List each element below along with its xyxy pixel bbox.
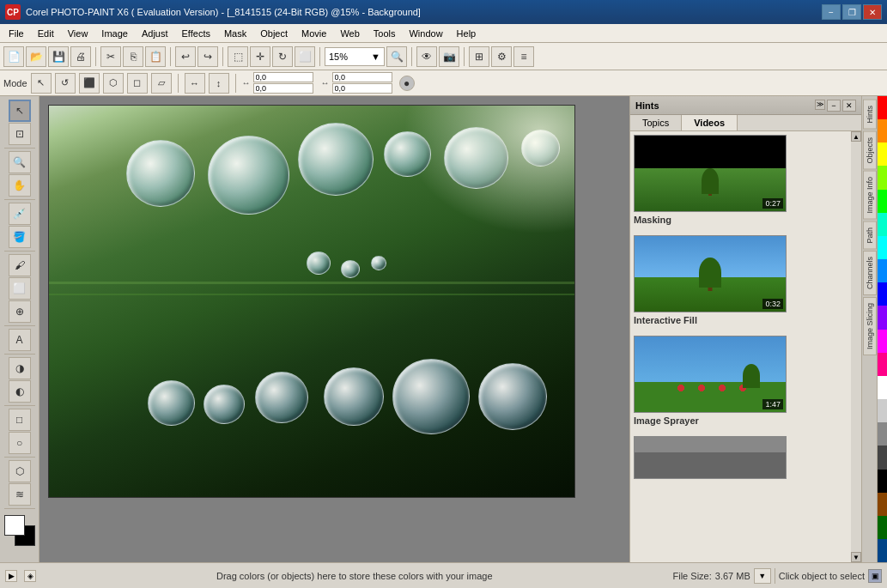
palette-teal[interactable] bbox=[878, 213, 887, 236]
tool-smear[interactable]: ≋ bbox=[9, 483, 31, 506]
hints-scroll-down[interactable]: ▼ bbox=[851, 552, 861, 562]
mode-distort-btn[interactable]: ◻ bbox=[127, 73, 148, 94]
menu-effects[interactable]: Effects bbox=[175, 27, 217, 40]
menu-movie[interactable]: Movie bbox=[295, 27, 333, 40]
tool-crop[interactable]: ⊡ bbox=[9, 123, 31, 145]
palette-green[interactable] bbox=[878, 190, 887, 213]
menu-view[interactable]: View bbox=[61, 27, 95, 40]
palette-orange[interactable] bbox=[878, 119, 887, 142]
tool-clone[interactable]: ⊕ bbox=[9, 300, 31, 323]
palette-sky-blue[interactable] bbox=[878, 259, 887, 282]
menu-adjust[interactable]: Adjust bbox=[135, 27, 175, 40]
zoom-in-button[interactable]: 🔍 bbox=[386, 46, 407, 67]
menu-web[interactable]: Web bbox=[333, 27, 366, 40]
mode-skew-btn[interactable]: ⬡ bbox=[103, 73, 124, 94]
video-thumb-sprayer[interactable]: 1:47 bbox=[634, 336, 787, 413]
tool-text[interactable]: A bbox=[9, 329, 31, 351]
hints-close-btn[interactable]: ✕ bbox=[842, 100, 856, 112]
copy-button[interactable]: ⎘ bbox=[123, 46, 143, 67]
menu-image[interactable]: Image bbox=[94, 27, 135, 40]
mask-tool[interactable]: ⬜ bbox=[295, 46, 315, 67]
tool-ellipse[interactable]: ○ bbox=[9, 432, 31, 454]
tool-paintbucket[interactable]: 🪣 bbox=[9, 226, 31, 248]
palette-red[interactable] bbox=[878, 96, 887, 119]
tool-dodge[interactable]: ◐ bbox=[9, 380, 31, 403]
mode-rotate-btn[interactable]: ↺ bbox=[55, 73, 76, 94]
outer-restore-button[interactable]: ❐ bbox=[842, 4, 861, 20]
menu-file[interactable]: File bbox=[2, 27, 31, 40]
y2-input[interactable] bbox=[332, 83, 392, 94]
tool-rectangle[interactable]: □ bbox=[9, 409, 31, 431]
tool-blend[interactable]: ◑ bbox=[9, 357, 31, 379]
outer-close-button[interactable]: ✕ bbox=[863, 4, 882, 20]
outer-minimize-button[interactable]: − bbox=[822, 4, 841, 20]
undo-button[interactable]: ↩ bbox=[175, 46, 196, 67]
x2-input[interactable] bbox=[332, 72, 392, 82]
palette-black[interactable] bbox=[878, 470, 887, 493]
rtab-image-info[interactable]: Image Info bbox=[863, 171, 877, 220]
color-selector[interactable] bbox=[4, 515, 35, 546]
hints-expand-btn[interactable]: ≫ bbox=[815, 100, 825, 110]
camera-btn[interactable]: 📷 bbox=[439, 46, 459, 67]
paste-button[interactable]: 📋 bbox=[145, 46, 166, 67]
x1-input[interactable] bbox=[253, 72, 313, 82]
mode-flip-h-btn[interactable]: ↔ bbox=[185, 73, 205, 94]
menu-mask[interactable]: Mask bbox=[217, 27, 253, 40]
zoom-dropdown-icon[interactable]: ▼ bbox=[371, 52, 380, 62]
open-button[interactable]: 📂 bbox=[26, 46, 46, 67]
grid-btn[interactable]: ⊞ bbox=[469, 46, 489, 67]
hints-scroll-track[interactable] bbox=[851, 142, 861, 552]
palette-dark-green[interactable] bbox=[878, 516, 887, 539]
video-thumb-masking[interactable]: 0:27 bbox=[634, 135, 787, 212]
palette-cyan[interactable] bbox=[878, 236, 887, 259]
rtab-image-slicing[interactable]: Image Slicing bbox=[863, 297, 877, 355]
foreground-color[interactable] bbox=[4, 515, 25, 536]
rotate-tool[interactable]: ↻ bbox=[272, 46, 293, 67]
mode-arrow-btn[interactable]: ↖ bbox=[31, 73, 52, 94]
mode-flip-v-btn[interactable]: ↕ bbox=[209, 73, 229, 94]
tool-pointer[interactable]: ↖ bbox=[9, 100, 31, 122]
layers-btn[interactable]: ≡ bbox=[513, 46, 534, 67]
palette-gray[interactable] bbox=[878, 422, 887, 446]
menu-tools[interactable]: Tools bbox=[367, 27, 403, 40]
video-thumb-interactive[interactable]: 0:32 bbox=[634, 235, 787, 312]
tool-brush[interactable]: 🖌 bbox=[9, 254, 31, 276]
palette-magenta[interactable] bbox=[878, 330, 887, 353]
redo-button[interactable]: ↪ bbox=[197, 46, 218, 67]
palette-white[interactable] bbox=[878, 376, 887, 399]
mode-scale-btn[interactable]: ⬛ bbox=[79, 73, 100, 94]
menu-edit[interactable]: Edit bbox=[31, 27, 61, 40]
palette-pink[interactable] bbox=[878, 353, 887, 376]
file-size-dropdown[interactable]: ▼ bbox=[754, 568, 771, 584]
cut-button[interactable]: ✂ bbox=[100, 46, 121, 67]
rtab-path[interactable]: Path bbox=[863, 221, 877, 250]
tool-zoom[interactable]: 🔍 bbox=[9, 151, 31, 173]
tool-eyedropper[interactable]: 💉 bbox=[9, 203, 31, 225]
select-tool[interactable]: ⬚ bbox=[228, 46, 248, 67]
tool-transform[interactable]: ⬡ bbox=[9, 460, 31, 482]
palette-purple[interactable] bbox=[878, 306, 887, 329]
eye-icon-btn[interactable]: 👁 bbox=[416, 46, 437, 67]
menu-window[interactable]: Window bbox=[402, 27, 449, 40]
hints-scroll-up[interactable]: ▲ bbox=[851, 131, 861, 142]
rtab-channels[interactable]: Channels bbox=[863, 251, 877, 295]
menu-help[interactable]: Help bbox=[450, 27, 483, 40]
canvas-area[interactable]: .drop { position: absolute; border-radiu… bbox=[39, 96, 629, 562]
tool-eraser[interactable]: ⬜ bbox=[9, 277, 31, 300]
play-button[interactable]: ▶ bbox=[5, 570, 17, 582]
hints-content[interactable]: 0:27 Masking 0:32 Interactive Fill bbox=[630, 131, 851, 562]
palette-brown[interactable] bbox=[878, 493, 887, 516]
tab-topics[interactable]: Topics bbox=[630, 115, 682, 130]
y1-input[interactable] bbox=[253, 83, 313, 94]
apply-btn[interactable]: ● bbox=[399, 76, 415, 91]
settings-btn[interactable]: ⚙ bbox=[491, 46, 512, 67]
tab-videos[interactable]: Videos bbox=[682, 115, 738, 130]
save-button[interactable]: 💾 bbox=[48, 46, 69, 67]
mode-perspective-btn[interactable]: ▱ bbox=[151, 73, 172, 94]
menu-object[interactable]: Object bbox=[253, 27, 295, 40]
print-button[interactable]: 🖨 bbox=[70, 46, 91, 67]
hints-minimize-btn[interactable]: − bbox=[827, 100, 841, 112]
script-button[interactable]: ◈ bbox=[24, 570, 36, 582]
palette-yellow[interactable] bbox=[878, 142, 887, 166]
rtab-hints[interactable]: Hints bbox=[863, 100, 877, 130]
